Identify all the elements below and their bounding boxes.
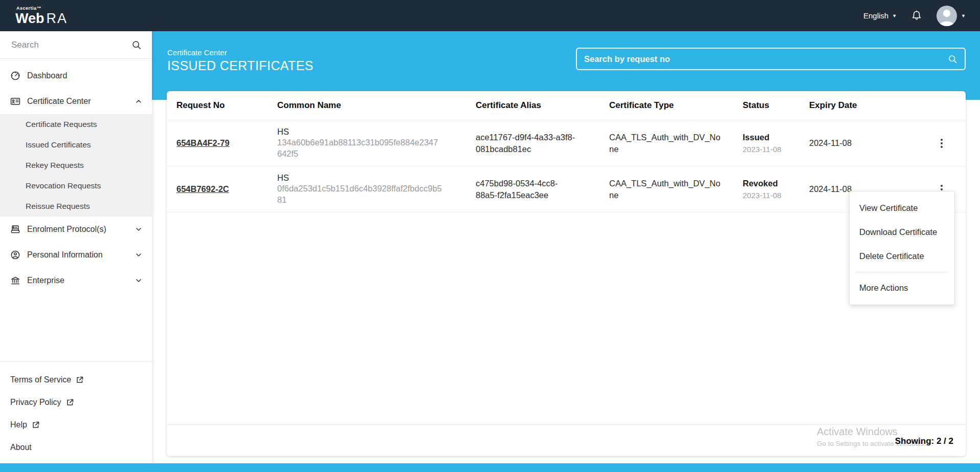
certificate-alias-cell: c475bd98-0534-4cc8-88a5-f2fa15eac3ee bbox=[476, 178, 578, 201]
link-label: Privacy Policy bbox=[10, 398, 61, 407]
sidebar-item-rekey-requests[interactable]: Rekey Requests bbox=[0, 155, 152, 176]
sidebar-item-personal-information[interactable]: Personal Information bbox=[0, 242, 152, 268]
bottom-accent-strip bbox=[0, 463, 980, 472]
external-link-icon bbox=[76, 376, 84, 384]
external-link-icon bbox=[66, 398, 74, 406]
status-value: Issued bbox=[743, 133, 809, 142]
user-menu[interactable]: ▼ bbox=[937, 6, 966, 26]
top-bar: Ascertia™ WebRA English ▼ bbox=[0, 0, 980, 31]
common-name-cell: HS 0f6da253d1c5b151d6c4b3928ffaf2fbdcc9b… bbox=[277, 173, 476, 206]
sidebar: Dashboard Certificate Center Certificate… bbox=[0, 31, 152, 472]
sidebar-item-dashboard[interactable]: Dashboard bbox=[0, 63, 152, 89]
page-header-band: Certificate Center ISSUED CERTIFICATES bbox=[152, 31, 980, 100]
enrolment-protocol-icon bbox=[10, 224, 20, 234]
chevron-down-icon: ▼ bbox=[961, 13, 966, 18]
table-row: 654B7692-2C HS 0f6da253d1c5b151d6c4b3928… bbox=[167, 166, 966, 212]
chevron-down-icon: ▼ bbox=[892, 13, 897, 18]
column-header-certificate-alias: Certificate Alias bbox=[476, 100, 609, 111]
status-cell: Issued 2023-11-08 bbox=[743, 133, 809, 154]
brand-logo[interactable]: Ascertia™ WebRA bbox=[15, 6, 68, 26]
chevron-up-icon bbox=[135, 97, 143, 105]
certificate-icon bbox=[10, 96, 20, 106]
table-row: 654BA4F2-79 HS 134a60b6e91ab88113c31b095… bbox=[167, 120, 966, 166]
chevron-down-icon bbox=[135, 251, 143, 259]
issued-certificates-card: Request No Common Name Certificate Alias… bbox=[167, 91, 966, 456]
common-name-cell: HS 134a60b6e91ab88113c31b095fe884e234764… bbox=[277, 127, 476, 160]
topbar-actions: English ▼ ▼ bbox=[863, 6, 966, 26]
link-label: Terms of Service bbox=[10, 375, 71, 384]
common-name-org: HS bbox=[277, 127, 476, 137]
sidebar-search-input[interactable] bbox=[11, 40, 129, 50]
menu-item-more-actions[interactable]: More Actions bbox=[850, 276, 954, 300]
common-name-hash: 0f6da253d1c5b151d6c4b3928ffaf2fbdcc9b581 bbox=[277, 183, 442, 206]
column-header-expiry-date: Expiry Date bbox=[809, 100, 916, 111]
language-selector[interactable]: English ▼ bbox=[863, 11, 897, 20]
terms-of-service-link[interactable]: Terms of Service bbox=[10, 374, 152, 386]
column-header-request-no: Request No bbox=[176, 100, 277, 111]
chevron-down-icon bbox=[135, 276, 143, 285]
brand-webra: WebRA bbox=[15, 11, 68, 26]
status-value: Revoked bbox=[743, 179, 809, 188]
avatar bbox=[937, 6, 957, 26]
certificate-type-cell: CAA_TLS_Auth_with_DV_None bbox=[609, 132, 723, 155]
sidebar-nav: Dashboard Certificate Center Certificate… bbox=[0, 59, 152, 293]
about-link[interactable]: About bbox=[10, 441, 152, 454]
status-date: 2023-11-08 bbox=[743, 145, 809, 154]
request-no-link[interactable]: 654B7692-2C bbox=[176, 184, 229, 194]
showing-count: Showing: 2 / 2 bbox=[895, 436, 953, 446]
webra-app: Ascertia™ WebRA English ▼ bbox=[0, 0, 980, 472]
certificate-type-cell: CAA_TLS_Auth_with_DV_None bbox=[609, 178, 723, 201]
link-label: About bbox=[10, 443, 32, 452]
expiry-date-cell: 2024-11-08 bbox=[809, 138, 916, 148]
external-link-icon bbox=[32, 421, 40, 429]
status-cell: Revoked 2023-11-08 bbox=[743, 179, 809, 200]
notifications-button[interactable] bbox=[910, 9, 923, 23]
dashboard-icon bbox=[10, 71, 20, 81]
sidebar-item-label: Certificate Center bbox=[27, 97, 91, 106]
bell-icon bbox=[910, 9, 923, 23]
column-header-common-name: Common Name bbox=[277, 100, 476, 111]
link-label: Help bbox=[10, 420, 27, 430]
search-icon[interactable] bbox=[948, 54, 957, 64]
sidebar-item-certificate-requests[interactable]: Certificate Requests bbox=[0, 114, 152, 135]
row-actions-kebab-icon[interactable] bbox=[934, 136, 949, 151]
menu-item-view-certificate[interactable]: View Certificate bbox=[850, 196, 954, 220]
certificate-alias-cell: ace11767-d9f4-4a33-a3f8-081bcadb81ec bbox=[476, 132, 578, 155]
sidebar-item-label: Personal Information bbox=[27, 250, 103, 260]
person-circle-icon bbox=[10, 250, 20, 260]
main-content: Certificate Center ISSUED CERTIFICATES R… bbox=[152, 31, 980, 472]
sidebar-item-label: Dashboard bbox=[27, 71, 67, 80]
bank-icon bbox=[10, 275, 20, 286]
menu-divider bbox=[856, 272, 948, 272]
sidebar-footer: Terms of Service Privacy Policy Help Abo… bbox=[0, 361, 152, 472]
menu-item-delete-certificate[interactable]: Delete Certificate bbox=[850, 244, 954, 268]
page-titles: Certificate Center ISSUED CERTIFICATES bbox=[167, 48, 314, 73]
row-context-menu: View Certificate Download Certificate De… bbox=[849, 191, 955, 305]
person-icon bbox=[937, 6, 957, 26]
sidebar-item-enrolment-protocols[interactable]: Enrolment Protocol(s) bbox=[0, 217, 152, 242]
sidebar-item-enterprise[interactable]: Enterprise bbox=[0, 268, 152, 293]
brand-ascertia: Ascertia™ bbox=[16, 6, 68, 11]
sidebar-item-reissue-requests[interactable]: Reissue Requests bbox=[0, 196, 152, 217]
privacy-policy-link[interactable]: Privacy Policy bbox=[10, 396, 152, 409]
menu-item-download-certificate[interactable]: Download Certificate bbox=[850, 220, 954, 244]
page-title: ISSUED CERTIFICATES bbox=[167, 58, 314, 73]
help-link[interactable]: Help bbox=[10, 419, 152, 431]
chevron-down-icon bbox=[135, 225, 143, 233]
request-no-link[interactable]: 654BA4F2-79 bbox=[176, 138, 230, 147]
search-icon[interactable] bbox=[131, 40, 142, 50]
sidebar-item-label: Enrolment Protocol(s) bbox=[27, 225, 106, 234]
table-header: Request No Common Name Certificate Alias… bbox=[167, 91, 966, 120]
status-date: 2023-11-08 bbox=[743, 191, 809, 200]
sidebar-item-certificate-center[interactable]: Certificate Center bbox=[0, 89, 152, 114]
sidebar-item-issued-certificates[interactable]: Issued Certificates bbox=[0, 135, 152, 155]
request-search-box bbox=[576, 48, 966, 70]
sidebar-item-label: Enterprise bbox=[27, 276, 64, 285]
request-search-input[interactable] bbox=[577, 54, 948, 64]
certificate-center-submenu: Certificate Requests Issued Certificates… bbox=[0, 114, 152, 217]
sidebar-item-revocation-requests[interactable]: Revocation Requests bbox=[0, 176, 152, 196]
common-name-org: HS bbox=[277, 173, 476, 183]
language-label: English bbox=[863, 11, 888, 20]
common-name-hash: 134a60b6e91ab88113c31b095fe884e2347642f5 bbox=[277, 137, 442, 160]
sidebar-search bbox=[0, 31, 152, 59]
